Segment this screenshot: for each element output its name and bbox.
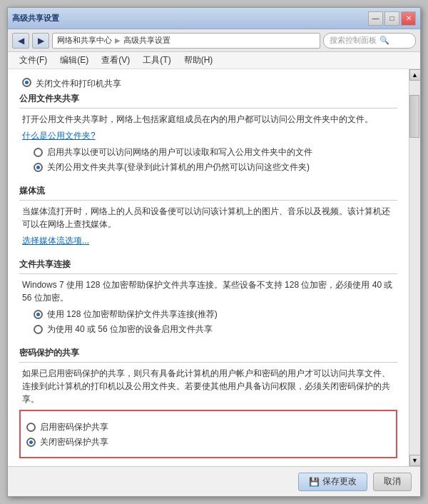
file-radio-1-label: 使用 128 位加密帮助保护文件共享连接(推荐) — [47, 308, 218, 321]
search-placeholder: 搜索控制面板 — [330, 35, 377, 46]
password-radio-1: 启用密码保护共享 — [26, 421, 390, 433]
file-radio-group: 使用 128 位加密帮助保护文件共享连接(推荐) 为使用 40 或 56 位加密… — [19, 308, 397, 336]
section-public-title: 公用文件夹共享 — [19, 93, 397, 109]
file-radio-2: 为使用 40 或 56 位加密的设备启用文件共享 — [34, 323, 397, 336]
file-radio-2-label: 为使用 40 或 56 位加密的设备启用文件共享 — [47, 323, 213, 336]
password-radio-1-label: 启用密码保护共享 — [40, 421, 108, 433]
maximize-button[interactable]: □ — [384, 11, 399, 26]
section-file-desc: Windows 7 使用 128 位加密帮助保护文件共享连接。某些设备不支持 1… — [19, 278, 397, 304]
top-radio-button[interactable] — [22, 78, 31, 87]
menu-help[interactable]: 帮助(H) — [178, 53, 219, 68]
back-button[interactable]: ◀ — [12, 33, 29, 49]
breadcrumb-item-1[interactable]: 网络和共享中心 — [57, 35, 112, 46]
password-highlight-box: 启用密码保护共享 关闭密码保护共享 — [19, 410, 397, 458]
public-radio-1-button[interactable] — [34, 148, 43, 157]
public-radio-2-label: 关闭公用文件夹共享(登录到此计算机的用户仍然可以访问这些文件夹) — [47, 161, 310, 173]
title-bar: 高级共享设置 — □ ✕ — [8, 8, 420, 29]
section-password-desc: 如果已启用密码保护的共享，则只有具备此计算机的用户帐户和密码的用户才可以访问共享… — [19, 367, 397, 405]
breadcrumb-item-2[interactable]: 高级共享设置 — [123, 35, 170, 46]
title-buttons: — □ ✕ — [368, 11, 416, 26]
scroll-track — [409, 81, 420, 455]
top-radio-item: 关闭文件和打印机共享 — [19, 78, 397, 90]
breadcrumb: 网络和共享中心 ▶ 高级共享设置 — [52, 33, 320, 49]
content-area: 关闭文件和打印机共享 公用文件夹共享 打开公用文件夹共享时，网络上包括家庭组成员… — [8, 69, 420, 466]
minimize-button[interactable]: — — [368, 11, 383, 26]
public-radio-1: 启用共享以便可以访问网络的用户可以读取和写入公用文件夹中的文件 — [34, 146, 397, 158]
password-radio-2: 关闭密码保护共享 — [26, 436, 390, 448]
breadcrumb-separator: ▶ — [115, 36, 121, 44]
file-radio-2-button[interactable] — [34, 325, 43, 334]
password-radio-2-button[interactable] — [26, 438, 36, 447]
scrollbar: ▲ ▼ — [409, 69, 420, 466]
section-file: 文件共享连接 Windows 7 使用 128 位加密帮助保护文件共享连接。某些… — [19, 258, 397, 336]
scroll-thumb[interactable] — [409, 95, 419, 138]
window-title: 高级共享设置 — [12, 13, 368, 24]
main-content: 关闭文件和打印机共享 公用文件夹共享 打开公用文件夹共享时，网络上包括家庭组成员… — [8, 69, 409, 466]
search-box[interactable]: 搜索控制面板 🔍 — [323, 33, 416, 49]
save-label: 保存更改 — [322, 475, 357, 488]
section-password-title: 密码保护的共享 — [19, 347, 397, 363]
scroll-down-button[interactable]: ▼ — [409, 455, 421, 466]
close-button[interactable]: ✕ — [401, 11, 416, 26]
section-media: 媒体流 当媒体流打开时，网络上的人员和设备便可以访问该计算机上的图片、音乐以及视… — [19, 185, 397, 247]
address-bar: ◀ ▶ 网络和共享中心 ▶ 高级共享设置 搜索控制面板 🔍 — [8, 29, 420, 52]
public-radio-2: 关闭公用文件夹共享(登录到此计算机的用户仍然可以访问这些文件夹) — [34, 161, 397, 173]
file-radio-1-button[interactable] — [34, 310, 43, 319]
media-stream-link[interactable]: 选择媒体流选项... — [22, 236, 89, 246]
password-radio-1-button[interactable] — [26, 423, 36, 432]
forward-button[interactable]: ▶ — [32, 33, 49, 49]
save-icon: 💾 — [309, 477, 320, 487]
section-media-desc: 当媒体流打开时，网络上的人员和设备便可以访问该计算机上的图片、音乐以及视频。该计… — [19, 205, 397, 231]
cancel-button[interactable]: 取消 — [373, 473, 412, 491]
password-radio-2-label: 关闭密码保护共享 — [40, 436, 108, 448]
main-window: 高级共享设置 — □ ✕ ◀ ▶ 网络和共享中心 ▶ 高级共享设置 搜索控制面板… — [7, 7, 421, 497]
section-public-desc: 打开公用文件夹共享时，网络上包括家庭组成员在内的用户都可以访问公用文件夹中的文件… — [19, 113, 397, 126]
top-radio-label: 关闭文件和打印机共享 — [36, 78, 121, 90]
menu-edit[interactable]: 编辑(E) — [54, 53, 94, 68]
public-radio-2-button[interactable] — [34, 163, 43, 172]
section-password: 密码保护的共享 如果已启用密码保护的共享，则只有具备此计算机的用户帐户和密码的用… — [19, 347, 397, 458]
public-radio-1-label: 启用共享以便可以访问网络的用户可以读取和写入公用文件夹中的文件 — [47, 146, 312, 158]
menu-file[interactable]: 文件(F) — [14, 53, 53, 68]
password-radio-group: 启用密码保护共享 关闭密码保护共享 — [26, 421, 390, 448]
section-media-title: 媒体流 — [19, 185, 397, 201]
scroll-up-button[interactable]: ▲ — [409, 69, 421, 81]
search-icon: 🔍 — [379, 36, 389, 45]
menu-view[interactable]: 查看(V) — [96, 53, 136, 68]
file-radio-1: 使用 128 位加密帮助保护文件共享连接(推荐) — [34, 308, 397, 321]
save-button[interactable]: 💾 保存更改 — [298, 473, 367, 491]
menu-bar: 文件(F) 编辑(E) 查看(V) 工具(T) 帮助(H) — [8, 52, 420, 69]
menu-tools[interactable]: 工具(T) — [137, 53, 176, 68]
section-public: 公用文件夹共享 打开公用文件夹共享时，网络上包括家庭组成员在内的用户都可以访问公… — [19, 93, 397, 173]
public-folder-link[interactable]: 什么是公用文件夹? — [22, 131, 96, 141]
public-radio-group: 启用共享以便可以访问网络的用户可以读取和写入公用文件夹中的文件 关闭公用文件夹共… — [19, 146, 397, 173]
section-file-title: 文件共享连接 — [19, 258, 397, 274]
bottom-bar: 💾 保存更改 取消 — [8, 466, 420, 496]
